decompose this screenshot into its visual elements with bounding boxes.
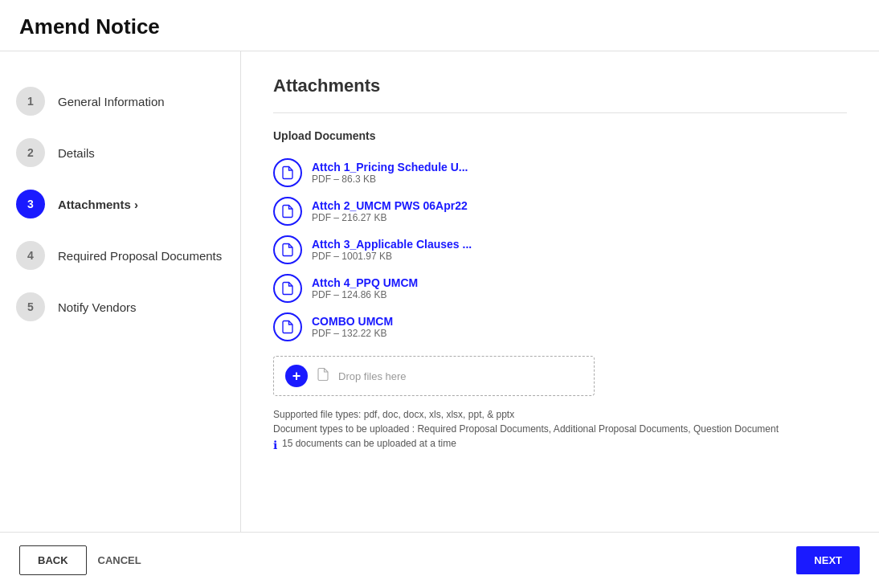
file-meta: PDF – 216.27 KB bbox=[312, 212, 468, 223]
add-file-button[interactable]: + bbox=[285, 365, 308, 387]
file-info: COMBO UMCMPDF – 132.22 KB bbox=[312, 315, 393, 339]
step-item-1[interactable]: 1General Information bbox=[16, 76, 224, 127]
file-icon bbox=[273, 312, 302, 341]
supported-types-text: Supported file types: pdf, doc, docx, xl… bbox=[273, 409, 847, 420]
drop-zone[interactable]: + Drop files here bbox=[273, 356, 595, 396]
file-item: Attch 3_Applicable Clauses ...PDF – 1001… bbox=[273, 231, 847, 269]
file-meta: PDF – 132.22 KB bbox=[312, 328, 393, 339]
file-name[interactable]: Attch 3_Applicable Clauses ... bbox=[312, 238, 472, 251]
file-meta: PDF – 86.3 KB bbox=[312, 174, 468, 185]
file-info: Attch 3_Applicable Clauses ...PDF – 1001… bbox=[312, 238, 472, 262]
file-icon bbox=[273, 197, 302, 226]
step-item-5[interactable]: 5Notify Vendors bbox=[16, 281, 224, 333]
drop-zone-text: Drop files here bbox=[338, 370, 407, 382]
file-name[interactable]: Attch 1_Pricing Schedule U... bbox=[312, 161, 468, 174]
file-item: COMBO UMCMPDF – 132.22 KB bbox=[273, 308, 847, 346]
step-circle-2: 2 bbox=[16, 138, 45, 167]
upload-label: Upload Documents bbox=[273, 129, 847, 142]
file-icon bbox=[273, 158, 302, 187]
right-panel: Attachments Upload Documents Attch 1_Pri… bbox=[241, 51, 879, 532]
upload-limit-row: ℹ 15 documents can be uploaded at a time bbox=[273, 438, 847, 452]
step-circle-4: 4 bbox=[16, 241, 45, 270]
page-container: Amend Notice 1General Information2Detail… bbox=[0, 0, 879, 588]
footer: BACK CANCEL NEXT bbox=[0, 532, 879, 588]
file-item: Attch 1_Pricing Schedule U...PDF – 86.3 … bbox=[273, 153, 847, 192]
cancel-button[interactable]: CANCEL bbox=[98, 554, 141, 566]
section-divider bbox=[273, 112, 847, 113]
step-item-4[interactable]: 4Required Proposal Documents bbox=[16, 230, 224, 281]
back-button[interactable]: BACK bbox=[19, 545, 87, 575]
file-name[interactable]: Attch 2_UMCM PWS 06Apr22 bbox=[312, 199, 468, 212]
step-label-4: Required Proposal Documents bbox=[58, 249, 222, 263]
sidebar: 1General Information2Details3Attachments… bbox=[0, 51, 241, 532]
step-circle-5: 5 bbox=[16, 292, 45, 321]
file-icon bbox=[273, 235, 302, 264]
file-name[interactable]: Attch 4_PPQ UMCM bbox=[312, 276, 418, 289]
step-label-5: Notify Vendors bbox=[58, 300, 137, 314]
step-item-2[interactable]: 2Details bbox=[16, 127, 224, 178]
step-label-3: Attachments › bbox=[58, 198, 138, 211]
file-item: Attch 4_PPQ UMCMPDF – 124.86 KB bbox=[273, 269, 847, 308]
document-types-text: Document types to be uploaded : Required… bbox=[273, 423, 847, 435]
file-upload-icon bbox=[316, 367, 330, 386]
page-title: Amend Notice bbox=[19, 14, 860, 39]
file-name[interactable]: COMBO UMCM bbox=[312, 315, 393, 328]
section-title: Attachments bbox=[273, 76, 847, 96]
info-icon: ℹ bbox=[273, 439, 277, 451]
file-meta: PDF – 1001.97 KB bbox=[312, 251, 472, 262]
file-icon bbox=[273, 274, 302, 303]
main-content: 1General Information2Details3Attachments… bbox=[0, 51, 879, 532]
step-circle-1: 1 bbox=[16, 87, 45, 116]
page-header: Amend Notice bbox=[0, 0, 879, 51]
step-circle-3: 3 bbox=[16, 190, 45, 218]
step-label-1: General Information bbox=[58, 95, 165, 108]
file-meta: PDF – 124.86 KB bbox=[312, 289, 418, 300]
step-label-2: Details bbox=[58, 146, 95, 160]
next-button[interactable]: NEXT bbox=[796, 546, 860, 574]
file-list: Attch 1_Pricing Schedule U...PDF – 86.3 … bbox=[273, 153, 847, 346]
file-info: Attch 4_PPQ UMCMPDF – 124.86 KB bbox=[312, 276, 418, 300]
upload-limit-text: 15 documents can be uploaded at a time bbox=[282, 438, 456, 449]
file-info: Attch 1_Pricing Schedule U...PDF – 86.3 … bbox=[312, 161, 468, 185]
file-item: Attch 2_UMCM PWS 06Apr22PDF – 216.27 KB bbox=[273, 192, 847, 231]
step-item-3[interactable]: 3Attachments › bbox=[16, 178, 224, 230]
file-info: Attch 2_UMCM PWS 06Apr22PDF – 216.27 KB bbox=[312, 199, 468, 223]
